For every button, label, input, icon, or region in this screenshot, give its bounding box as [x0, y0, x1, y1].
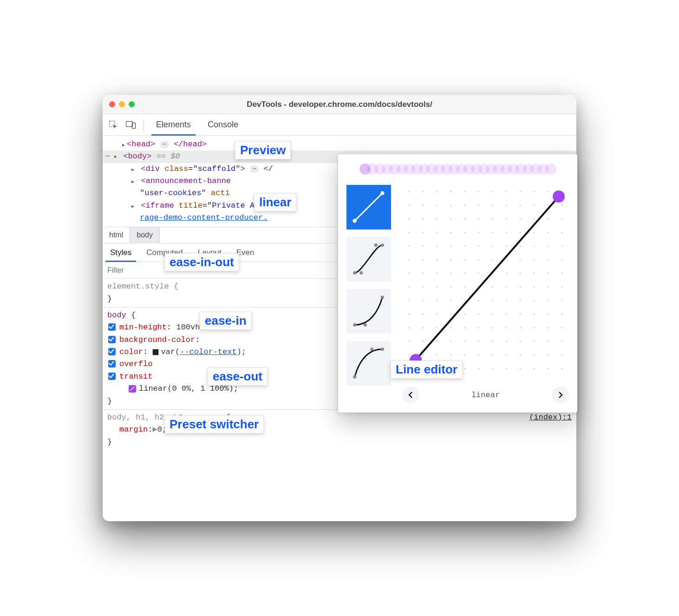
svg-point-54	[436, 232, 437, 233]
svg-point-95	[506, 273, 507, 274]
crumb-html[interactable]: html	[103, 227, 130, 243]
svg-point-126	[436, 314, 437, 315]
svg-point-19	[450, 191, 451, 192]
svg-line-184	[416, 197, 559, 360]
svg-point-133	[534, 314, 535, 315]
chevron-left-icon	[408, 392, 413, 398]
svg-point-16	[408, 191, 410, 192]
svg-point-149	[422, 341, 424, 342]
crumb-body[interactable]: body	[130, 227, 160, 243]
svg-point-140	[464, 327, 465, 328]
minimize-window-dot[interactable]	[119, 101, 125, 107]
svg-point-117	[478, 300, 479, 301]
easing-preview-track	[346, 161, 569, 177]
svg-point-135	[561, 314, 562, 315]
svg-point-104	[464, 286, 465, 288]
tab-console[interactable]: Console	[201, 114, 245, 136]
titlebar: DevTools - developer.chrome.com/docs/dev…	[103, 95, 576, 114]
line-handle-end[interactable]	[553, 190, 565, 203]
svg-point-42	[436, 218, 437, 220]
svg-point-99	[561, 273, 562, 274]
svg-point-84	[520, 259, 521, 261]
ellipsis-icon[interactable]: ⋯	[250, 165, 259, 173]
svg-point-114	[436, 300, 437, 301]
svg-point-169	[534, 354, 535, 356]
svg-point-48	[520, 218, 521, 220]
easing-swatch-icon[interactable]	[129, 385, 136, 393]
svg-point-8	[360, 271, 363, 275]
device-toolbar-icon[interactable]	[124, 118, 138, 132]
svg-point-132	[520, 314, 521, 315]
svg-point-34	[492, 204, 493, 206]
svg-point-82	[492, 259, 493, 261]
svg-point-52	[408, 232, 410, 233]
svg-point-29	[422, 204, 424, 206]
svg-point-147	[561, 327, 562, 328]
prev-preset-button[interactable]	[402, 387, 419, 403]
svg-point-157	[534, 341, 535, 342]
checkbox-icon[interactable]	[108, 360, 116, 367]
checkbox-icon[interactable]	[108, 323, 116, 331]
svg-point-136	[408, 327, 410, 328]
svg-point-129	[478, 314, 479, 315]
svg-point-167	[506, 354, 507, 356]
svg-point-75	[561, 245, 562, 247]
svg-point-60	[520, 232, 521, 233]
tab-elements[interactable]: Elements	[150, 114, 197, 136]
inspect-element-icon[interactable]	[106, 118, 120, 132]
svg-point-90	[436, 273, 437, 274]
zoom-window-dot[interactable]	[129, 101, 135, 107]
ellipsis-icon[interactable]: ⋯	[160, 141, 169, 148]
svg-point-55	[450, 232, 451, 233]
close-window-dot[interactable]	[109, 101, 115, 107]
checkbox-icon[interactable]	[108, 348, 116, 355]
svg-point-97	[534, 273, 535, 274]
svg-point-47	[506, 218, 507, 220]
source-location-link[interactable]: (index):1	[529, 412, 572, 424]
svg-point-72	[520, 245, 521, 247]
svg-point-165	[478, 354, 479, 356]
svg-point-59	[506, 232, 507, 233]
svg-point-156	[520, 341, 521, 342]
svg-point-76	[408, 259, 410, 261]
svg-point-179	[506, 368, 507, 369]
gutter-dots-icon[interactable]: ⋯	[103, 151, 113, 163]
traffic-lights	[109, 101, 135, 107]
svg-point-115	[450, 300, 451, 301]
checkbox-icon[interactable]	[108, 336, 116, 343]
selector-body[interactable]: body	[107, 311, 126, 320]
next-preset-button[interactable]	[552, 387, 569, 403]
color-swatch-icon[interactable]	[152, 349, 159, 355]
svg-point-14	[381, 348, 384, 351]
svg-point-144	[520, 327, 521, 328]
svg-point-93	[478, 273, 479, 274]
svg-point-166	[492, 354, 493, 356]
svg-point-155	[506, 341, 507, 342]
svg-point-91	[450, 273, 451, 274]
svg-point-30	[436, 204, 437, 206]
preset-switcher: linear	[402, 386, 569, 404]
svg-point-92	[464, 273, 465, 274]
preset-ease-in-out[interactable]	[346, 237, 391, 282]
svg-point-180	[520, 368, 521, 369]
svg-point-98	[548, 273, 549, 274]
svg-point-69	[478, 245, 479, 247]
svg-point-86	[548, 259, 549, 261]
preset-ease-in[interactable]	[346, 289, 391, 334]
svg-point-13	[353, 375, 357, 379]
callout-ease-in-out: ease-in-out	[164, 253, 239, 271]
preset-ease-out[interactable]	[346, 341, 391, 386]
svg-point-22	[492, 191, 493, 192]
preset-linear[interactable]	[346, 185, 391, 229]
line-editor-canvas[interactable]	[402, 185, 569, 375]
svg-point-160	[408, 354, 410, 356]
checkbox-icon[interactable]	[108, 373, 116, 380]
svg-point-15	[371, 348, 374, 351]
dom-head-row[interactable]: <head> ⋯ </head>	[103, 138, 576, 151]
subtab-styles[interactable]: Styles	[103, 243, 139, 262]
preset-name: linear	[471, 391, 500, 400]
svg-point-81	[478, 259, 479, 261]
svg-point-159	[561, 341, 562, 342]
svg-point-109	[534, 286, 535, 288]
svg-point-71	[506, 245, 507, 247]
